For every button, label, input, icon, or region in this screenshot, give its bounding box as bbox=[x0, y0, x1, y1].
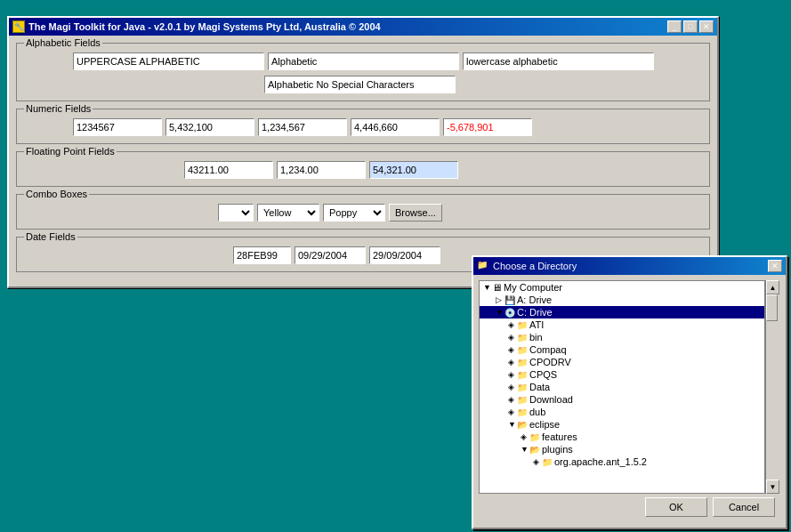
scroll-down-button[interactable]: ▼ bbox=[766, 480, 779, 494]
numeric-row bbox=[24, 118, 702, 136]
lowercase-alphabetic-input[interactable] bbox=[463, 52, 654, 70]
tree-label: features bbox=[542, 431, 577, 442]
folder-icon: 📁 bbox=[517, 333, 528, 343]
tree-item-download[interactable]: ◈ 📁 Download bbox=[480, 393, 764, 406]
folder-icon: 📁 bbox=[542, 457, 553, 467]
alphabetic-input[interactable] bbox=[268, 52, 459, 70]
tree-item-data[interactable]: ◈ 📁 Data bbox=[480, 381, 764, 393]
combo-fieldset: Combo Boxes Yellow Poppy Browse... bbox=[16, 194, 710, 230]
tree-item-cdrive[interactable]: ▼ 💿 C: Drive bbox=[480, 306, 764, 318]
main-window: 🔧 The Magi Toolkit for Java - v2.0.1 by … bbox=[7, 16, 719, 288]
floating-fieldset: Floating Point Fields bbox=[16, 151, 710, 187]
dialog-buttons: OK Cancel bbox=[479, 494, 780, 522]
folder-icon: 📁 bbox=[517, 320, 528, 330]
tree-item-ati[interactable]: ◈ 📁 ATI bbox=[480, 318, 764, 331]
dialog-title-bar: 📁 Choose a Directory ✕ bbox=[473, 257, 786, 275]
window-controls: _ □ ✕ bbox=[667, 20, 714, 33]
minimize-button[interactable]: _ bbox=[667, 20, 682, 33]
float-input-3[interactable] bbox=[369, 161, 458, 179]
directory-tree-wrapper: ▼ 🖥 My Computer ▷ 💾 A: Drive ▼ 💿 C: Driv… bbox=[479, 280, 780, 494]
browse-button[interactable]: Browse... bbox=[389, 204, 442, 222]
tree-label: plugins bbox=[542, 444, 573, 455]
folder-icon: 📁 bbox=[517, 383, 528, 392]
main-title-bar: 🔧 The Magi Toolkit for Java - v2.0.1 by … bbox=[9, 18, 717, 36]
tree-label: ATI bbox=[529, 319, 544, 330]
expand-arrow[interactable]: ▷ bbox=[496, 295, 504, 304]
numeric-fieldset: Numeric Fields bbox=[16, 109, 710, 144]
directory-dialog: 📁 Choose a Directory ✕ ▼ 🖥 My Computer ▷… bbox=[472, 255, 787, 529]
drive-icon: 💾 bbox=[504, 295, 515, 305]
tree-label: dub bbox=[529, 407, 545, 417]
tree-label: C: Drive bbox=[517, 307, 553, 318]
alphabetic-row1 bbox=[24, 52, 702, 70]
tree-label: CPQS bbox=[529, 369, 557, 380]
tree-item-plugins[interactable]: ▼ 📂 plugins bbox=[480, 443, 764, 455]
folder-icon: 📂 bbox=[529, 445, 540, 455]
close-button[interactable]: ✕ bbox=[699, 20, 714, 33]
tree-label: bin bbox=[529, 332, 543, 343]
tree-item-ant[interactable]: ◈ 📁 org.apache.ant_1.5.2 bbox=[480, 455, 764, 468]
tree-label: Data bbox=[529, 382, 550, 392]
folder-icon: 📁 bbox=[517, 358, 528, 367]
alphabetic-legend: Alphabetic Fields bbox=[24, 37, 102, 48]
tree-item-mycomputer[interactable]: ▼ 🖥 My Computer bbox=[480, 281, 764, 294]
float-input-1[interactable] bbox=[184, 161, 273, 179]
tree-item-adrive[interactable]: ▷ 💾 A: Drive bbox=[480, 294, 764, 306]
float-input-2[interactable] bbox=[277, 161, 366, 179]
tree-item-cpodrv[interactable]: ◈ 📁 CPODRV bbox=[480, 356, 764, 368]
dialog-content: ▼ 🖥 My Computer ▷ 💾 A: Drive ▼ 💿 C: Driv… bbox=[473, 275, 786, 528]
folder-icon: 📁 bbox=[517, 407, 528, 417]
tree-label: Download bbox=[529, 394, 573, 405]
floating-legend: Floating Point Fields bbox=[24, 146, 117, 157]
folder-icon: 📁 bbox=[529, 432, 540, 442]
numeric-input-3[interactable] bbox=[258, 118, 347, 136]
main-title: The Magi Toolkit for Java - v2.0.1 by Ma… bbox=[28, 21, 381, 32]
dialog-close-button[interactable]: ✕ bbox=[768, 260, 782, 272]
alphabetic-row2 bbox=[24, 76, 702, 93]
cancel-button[interactable]: Cancel bbox=[713, 497, 775, 517]
tree-item-eclipse[interactable]: ▼ 📂 eclipse bbox=[480, 418, 764, 431]
combo-legend: Combo Boxes bbox=[24, 189, 89, 199]
tree-label: My Computer bbox=[504, 282, 562, 293]
floating-row bbox=[24, 161, 702, 179]
alphabetic-no-special-input[interactable] bbox=[264, 76, 456, 93]
expand-arrow[interactable]: ▼ bbox=[483, 283, 492, 292]
dialog-title-text: Choose a Directory bbox=[493, 261, 577, 271]
folder-icon: 📁 bbox=[517, 345, 528, 355]
scroll-up-button[interactable]: ▲ bbox=[766, 280, 779, 294]
window-content: Alphabetic Fields Numeric Fields bbox=[9, 36, 717, 286]
tree-item-compaq[interactable]: ◈ 📁 Compaq bbox=[480, 343, 764, 356]
uppercase-alphabetic-input[interactable] bbox=[73, 52, 264, 70]
tree-label: eclipse bbox=[529, 419, 560, 430]
scroll-thumb[interactable] bbox=[766, 294, 778, 321]
maximize-button[interactable]: □ bbox=[683, 20, 698, 33]
numeric-input-4[interactable] bbox=[351, 118, 440, 136]
numeric-input-2[interactable] bbox=[165, 118, 254, 136]
combo-select-2[interactable]: Yellow bbox=[257, 204, 319, 222]
expand-arrow[interactable]: ▼ bbox=[496, 308, 504, 317]
date-input-2[interactable] bbox=[295, 246, 366, 264]
combo-select-3[interactable]: Poppy bbox=[323, 204, 385, 222]
tree-label: org.apache.ant_1.5.2 bbox=[554, 456, 647, 467]
tree-item-dub[interactable]: ◈ 📁 dub bbox=[480, 406, 764, 418]
tree-item-bin[interactable]: ◈ 📁 bin bbox=[480, 331, 764, 343]
tree-label: CPODRV bbox=[529, 357, 571, 367]
ok-button[interactable]: OK bbox=[645, 497, 707, 517]
computer-icon: 🖥 bbox=[492, 282, 502, 293]
tree-item-features[interactable]: ◈ 📁 features bbox=[480, 431, 764, 443]
scroll-track bbox=[766, 294, 780, 480]
tree-item-cpqs[interactable]: ◈ 📁 CPQS bbox=[480, 368, 764, 381]
combo-row: Yellow Poppy Browse... bbox=[24, 204, 702, 222]
date-legend: Date Fields bbox=[24, 231, 77, 242]
numeric-input-1[interactable] bbox=[73, 118, 162, 136]
folder-icon: 📁 bbox=[517, 395, 528, 405]
date-input-3[interactable] bbox=[369, 246, 440, 264]
directory-tree[interactable]: ▼ 🖥 My Computer ▷ 💾 A: Drive ▼ 💿 C: Driv… bbox=[479, 280, 765, 494]
numeric-input-5[interactable] bbox=[443, 118, 532, 136]
combo-select-1[interactable] bbox=[218, 204, 254, 222]
folder-icon: 📂 bbox=[517, 420, 528, 430]
alphabetic-fieldset: Alphabetic Fields bbox=[16, 43, 710, 101]
date-input-1[interactable] bbox=[233, 246, 291, 264]
numeric-legend: Numeric Fields bbox=[24, 103, 93, 114]
dialog-icon: 📁 bbox=[477, 260, 489, 272]
